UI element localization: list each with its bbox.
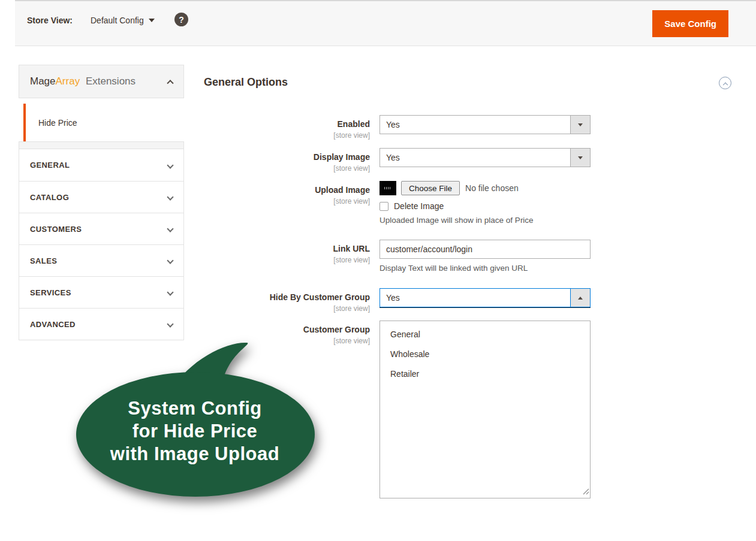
resize-grip[interactable] — [583, 486, 589, 497]
section-collapse-button[interactable] — [719, 77, 731, 89]
thumbnail-mark — [384, 187, 391, 189]
field-scope: [store view] — [204, 304, 370, 313]
sidebar-item-label: Hide Price — [38, 118, 77, 128]
brand-suffix: Extensions — [86, 75, 135, 87]
page: Store View: Default Config ? Save Config… — [0, 0, 756, 541]
save-config-button[interactable]: Save Config — [652, 10, 728, 37]
field-label: Display Image — [204, 152, 370, 162]
enabled-select[interactable]: Yes — [379, 115, 591, 134]
sidebar-item-general[interactable]: GENERAL — [19, 149, 183, 181]
section-label: ADVANCED — [30, 320, 168, 329]
field-label-col: Display Image [store view] — [204, 148, 370, 173]
field-row-upload-image: Upload Image [store view] Choose File No… — [204, 181, 591, 225]
store-view-current: Default Config — [91, 16, 144, 25]
sidebar-gap — [19, 98, 184, 104]
select-arrow-button[interactable] — [570, 289, 590, 307]
sidebar-item-customers[interactable]: CUSTOMERS — [19, 213, 183, 244]
store-view-value[interactable]: Default Config — [91, 16, 155, 25]
help-icon[interactable]: ? — [174, 13, 188, 26]
sidebar-strip — [19, 141, 184, 149]
customer-group-option-retailer[interactable]: Retailer — [380, 366, 590, 382]
field-scope: [store view] — [204, 256, 370, 264]
field-label-col: Enabled [store view] — [204, 115, 370, 140]
field-label-col: Customer Group [store view] — [204, 321, 370, 498]
chevron-down-icon — [167, 162, 173, 168]
field-label-col: Upload Image [store view] — [204, 181, 370, 225]
field-scope: [store view] — [204, 131, 370, 140]
chevron-down-icon — [167, 289, 173, 295]
field-label: Link URL — [204, 244, 370, 254]
caret-down-icon — [578, 156, 583, 159]
caret-down-icon — [149, 19, 155, 22]
field-scope: [store view] — [204, 337, 370, 345]
store-view-switcher[interactable]: Store View: Default Config — [27, 16, 155, 25]
sidebar-item-services[interactable]: SERVICES — [19, 276, 183, 308]
caret-up-icon — [578, 297, 583, 300]
section-label: SALES — [30, 256, 168, 265]
delete-image-label: Delete Image — [394, 201, 444, 211]
section-label: CUSTOMERS — [30, 225, 168, 234]
select-arrow-button[interactable] — [570, 149, 590, 167]
field-note: Display Text will be linked with given U… — [379, 264, 591, 273]
section-label: SERVICES — [30, 288, 168, 297]
display-image-select[interactable]: Yes — [379, 148, 591, 167]
file-status-text: No file chosen — [465, 183, 519, 193]
hide-by-customer-group-select[interactable]: Yes — [379, 288, 591, 307]
field-row-link-url: Link URL [store view] Display Text will … — [204, 240, 591, 273]
chevron-up-icon — [722, 82, 727, 87]
customer-group-option-wholesale[interactable]: Wholesale — [380, 346, 590, 362]
field-row-customer-group: Customer Group [store view] General Whol… — [204, 321, 591, 498]
sidebar-item-hide-price[interactable]: Hide Price — [23, 104, 184, 141]
sidebar-item-advanced[interactable]: ADVANCED — [19, 308, 183, 340]
field-label-col: Hide By Customer Group [store view] — [204, 288, 370, 313]
field-label: Hide By Customer Group — [204, 292, 370, 303]
choose-file-button[interactable]: Choose File — [401, 181, 460, 195]
enabled-select-value: Yes — [380, 116, 570, 134]
brand-mage: Mage — [30, 75, 56, 87]
chevron-down-icon — [167, 257, 173, 264]
sidebar-item-sales[interactable]: SALES — [19, 244, 183, 276]
section-title: General Options — [204, 76, 288, 89]
customer-group-multiselect[interactable]: General Wholesale Retailer — [379, 321, 591, 498]
config-toolbar: Store View: Default Config ? Save Config — [15, 0, 756, 46]
delete-image-checkbox[interactable] — [379, 202, 388, 211]
field-row-hide-by-customer-group: Hide By Customer Group [store view] Yes — [204, 288, 591, 313]
store-view-label: Store View: — [27, 16, 73, 25]
question-mark-icon: ? — [179, 15, 184, 25]
caret-down-icon — [578, 123, 583, 126]
uploaded-image-thumbnail — [379, 181, 396, 195]
brand-array: Array — [56, 75, 80, 87]
sidebar-item-catalog[interactable]: CATALOG — [19, 181, 183, 213]
field-label: Customer Group — [204, 325, 370, 335]
customer-group-option-general[interactable]: General — [380, 327, 590, 342]
section-label: GENERAL — [30, 161, 168, 170]
chevron-down-icon — [167, 225, 173, 232]
config-sidebar: MageArray Extensions Hide Price GENERAL … — [19, 65, 184, 340]
chevron-down-icon — [167, 321, 173, 327]
hide-by-customer-group-select-value: Yes — [380, 289, 570, 307]
field-note: Uploaded Image will show in place of Pri… — [379, 216, 591, 225]
chevron-up-icon — [167, 80, 173, 86]
section-label: CATALOG — [30, 193, 168, 202]
chevron-down-icon — [167, 194, 173, 200]
sidebar-panel-header[interactable]: MageArray Extensions — [19, 65, 184, 98]
magearray-extensions-brand: MageArray Extensions — [30, 75, 168, 87]
field-label: Upload Image — [204, 185, 370, 195]
link-url-input[interactable] — [379, 240, 591, 259]
display-image-select-value: Yes — [380, 149, 570, 167]
sidebar-section-menu: GENERAL CATALOG CUSTOMERS SALES SERVICES… — [19, 149, 184, 340]
select-arrow-button[interactable] — [570, 116, 590, 134]
field-row-enabled: Enabled [store view] Yes — [204, 115, 591, 140]
field-label-col: Link URL [store view] — [204, 240, 370, 273]
field-scope: [store view] — [204, 164, 370, 173]
field-label: Enabled — [204, 119, 370, 129]
field-scope: [store view] — [204, 197, 370, 205]
field-row-display-image: Display Image [store view] Yes — [204, 148, 591, 173]
